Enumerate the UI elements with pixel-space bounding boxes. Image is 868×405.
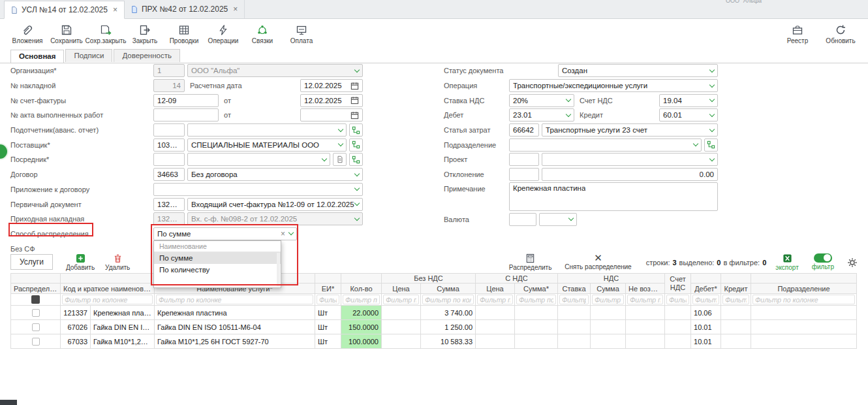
doc-tab-usl[interactable]: УСЛ №14 от 12.02.2025 × [4, 1, 125, 19]
qty-cell[interactable]: 22.0000 [341, 306, 382, 320]
accountable-select[interactable] [187, 123, 347, 137]
filter-code-input[interactable] [62, 295, 153, 304]
vat-account-select[interactable]: 19.04 [659, 94, 718, 107]
vat-account-cell[interactable] [665, 320, 691, 334]
code-cell[interactable]: 121337 [61, 306, 91, 320]
filter-nonref-input[interactable] [627, 295, 663, 304]
credit-cell[interactable] [721, 334, 751, 349]
filter-service-input[interactable] [156, 295, 313, 304]
toggle-on[interactable] [814, 253, 832, 263]
col-sum-vat[interactable]: Сумма* [515, 284, 558, 294]
close-icon[interactable]: × [233, 5, 238, 14]
service-name-cell[interactable]: Крепежная пластина [155, 306, 315, 320]
calendar-icon[interactable] [350, 96, 359, 105]
row-checkbox[interactable] [32, 309, 40, 317]
registry-button[interactable]: Реестр [778, 24, 817, 44]
filter-rate-input[interactable] [559, 295, 589, 304]
contract-code-field[interactable]: 34663 [153, 168, 185, 181]
cost-item-code-field[interactable]: 66642 [509, 123, 539, 137]
links-button[interactable]: Связки [243, 24, 282, 44]
sum-vat-cell[interactable] [515, 306, 558, 320]
supplier-code-field[interactable]: 103241 [153, 138, 185, 152]
distribute-button[interactable]: Распределить [509, 253, 552, 271]
sum-vat-cell[interactable] [515, 334, 558, 349]
col-distributed[interactable]: Распределено [11, 284, 61, 294]
facture-number-field[interactable]: 12-09 [153, 94, 219, 107]
clear-icon[interactable]: × [281, 230, 285, 238]
gear-icon[interactable] [847, 257, 858, 270]
sum-vat-cell[interactable] [515, 320, 558, 334]
filter-qty-input[interactable] [343, 295, 380, 304]
receipt-note-code-field[interactable]: 132747 [153, 212, 185, 225]
save-close-button[interactable]: Сохр.закрыть [86, 24, 125, 44]
dropdown-option-by-quantity[interactable]: По количеству [154, 264, 281, 276]
department-cell[interactable] [751, 306, 857, 320]
filter-vataccount-input[interactable] [666, 295, 689, 304]
col-vat-nonrefund[interactable]: Не возмещ. [626, 284, 665, 294]
export-excel-button[interactable]: экспорт [775, 253, 799, 271]
vat-rate-cell[interactable] [558, 306, 591, 320]
price-no-vat-cell[interactable] [382, 320, 421, 334]
filter-unit-input[interactable] [317, 295, 339, 304]
table-row[interactable]: 121337 Крепежная пластина Крепежная плас… [11, 306, 857, 320]
filter-debit-input[interactable] [692, 295, 719, 304]
short-name-cell[interactable]: Крепежная пластина [91, 306, 155, 320]
invoice-number-field[interactable]: 14 [153, 79, 185, 92]
debit-cell[interactable]: 10.06 [691, 306, 721, 320]
operations-button[interactable]: Операции [204, 24, 243, 44]
refresh-button[interactable]: Обновить [821, 24, 860, 44]
col-unit[interactable]: ЕИ* [315, 284, 341, 294]
vat-rate-cell[interactable] [558, 334, 591, 349]
filter-department-input[interactable] [752, 295, 855, 304]
open-card-button[interactable] [333, 153, 347, 166]
payment-button[interactable]: Оплата [282, 24, 321, 44]
status-select[interactable]: Создан [558, 64, 718, 77]
col-sum-no-vat[interactable]: Сумма [421, 284, 476, 294]
row-checkbox[interactable] [32, 323, 40, 331]
qty-cell[interactable]: 100.0000 [341, 334, 382, 349]
table-row[interactable]: 67026 Гайка DIN EN ISO 10... Гайка DIN E… [11, 320, 857, 334]
col-vat-sum[interactable]: Сумма [591, 284, 626, 294]
vat-account-cell[interactable] [665, 306, 691, 320]
debit-cell[interactable]: 10.01 [691, 320, 721, 334]
filter-vatsum-input[interactable] [592, 295, 624, 304]
price-no-vat-cell[interactable] [382, 306, 421, 320]
note-textarea[interactable]: Крепежная пластина [509, 182, 718, 211]
short-name-cell[interactable]: Гайка DIN EN ISO 10... [91, 320, 155, 334]
vat-sum-cell[interactable] [591, 334, 626, 349]
qty-cell[interactable]: 150.0000 [341, 320, 382, 334]
organization-select[interactable]: ООО "Альфа" [187, 64, 363, 77]
cost-item-select[interactable]: Транспортные услуги 23 счет [542, 123, 718, 137]
vat-rate-cell[interactable] [558, 320, 591, 334]
col-credit[interactable]: Кредит [721, 284, 751, 294]
sum-no-vat-cell[interactable]: 10 583.33 [421, 334, 476, 349]
unit-cell[interactable]: Шт [315, 334, 341, 349]
project-code-field[interactable] [509, 153, 539, 166]
col-price-no-vat[interactable]: Цена [382, 284, 421, 294]
price-no-vat-cell[interactable] [382, 334, 421, 349]
code-cell[interactable]: 67026 [61, 320, 91, 334]
currency-code-field[interactable] [509, 213, 536, 226]
debit-cell[interactable]: 10.01 [691, 334, 721, 349]
doc-tab-prh[interactable]: ПРХ №42 от 12.02.2025 × [125, 0, 245, 18]
close-icon[interactable]: × [113, 5, 117, 14]
save-button[interactable]: Сохранить [47, 24, 86, 44]
price-vat-cell[interactable] [476, 306, 515, 320]
vat-sum-cell[interactable] [591, 320, 626, 334]
col-price-vat[interactable]: Цена [476, 284, 515, 294]
contract-annex-select[interactable] [153, 183, 363, 196]
operation-select[interactable]: Транспортные/экспедиционные услуги [509, 79, 718, 92]
supplier-select[interactable]: СПЕЦИАЛЬНЫЕ МАТЕРИАЛЫ ООО [187, 138, 347, 152]
distribute-all-button[interactable] [31, 295, 40, 304]
act-date-field[interactable] [300, 108, 363, 122]
tab-signatures[interactable]: Подписи [65, 49, 112, 62]
service-name-cell[interactable]: Гайка М10*1,25 6Н ГОСТ 5927-70 [155, 334, 315, 349]
tree-select-button[interactable] [704, 138, 718, 152]
col-department[interactable]: Подразделение [751, 284, 857, 294]
filter-price2-input[interactable] [477, 295, 513, 304]
col-debit[interactable]: Дебет* [691, 284, 721, 294]
tree-select-button[interactable] [349, 153, 363, 166]
dropdown-option-by-sum[interactable]: По сумме [154, 252, 281, 264]
primary-doc-code-field[interactable]: 132754 [153, 198, 185, 211]
credit-select[interactable]: 60.01 [659, 108, 718, 122]
